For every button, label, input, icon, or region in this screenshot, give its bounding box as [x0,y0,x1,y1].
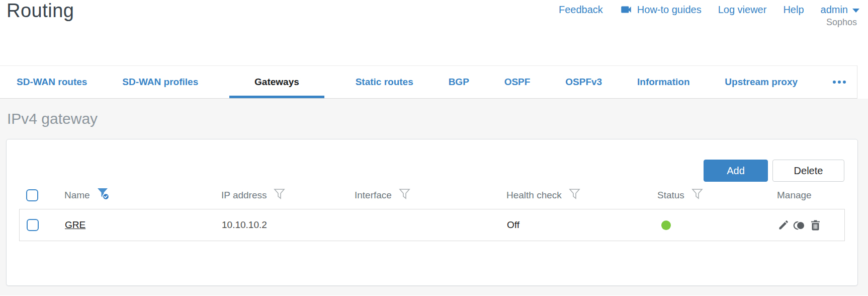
column-header-interface[interactable]: Interface [355,188,506,202]
tab-ospfv3[interactable]: OSPFv3 [561,66,606,98]
filter-icon[interactable] [399,188,410,202]
column-header-health-check[interactable]: Health check [506,188,657,202]
filter-icon[interactable] [569,188,580,202]
column-header-status[interactable]: Status [657,188,777,202]
gateway-status-cell [658,220,777,230]
row-checkbox[interactable] [27,219,39,231]
edit-icon[interactable] [777,219,790,231]
table-body: GRE 10.10.10.2 Off [19,209,845,241]
gateway-name-link[interactable]: GRE [65,219,85,230]
more-tabs-button[interactable] [829,66,850,98]
table-header-row: Name IP address [19,182,845,209]
select-all-checkbox[interactable] [26,189,38,201]
tab-gateways[interactable]: Gateways [229,66,324,98]
column-header-ip-address[interactable]: IP address [221,188,355,202]
tab-upstream-proxy[interactable]: Upstream proxy [721,66,802,98]
status-up-indicator [661,220,671,230]
page-title: Routing [7,0,74,22]
section-heading: IPv4 gateway [7,110,98,127]
log-viewer-link[interactable]: Log viewer [718,4,767,16]
tab-sdwan-routes[interactable]: SD-WAN routes [13,66,91,98]
gateway-table: Name IP address [19,182,845,241]
tab-static-routes[interactable]: Static routes [352,66,417,98]
tab-information[interactable]: Information [633,66,694,98]
howto-guides-link[interactable]: How-to guides [620,3,702,16]
video-camera-icon [620,3,633,16]
caret-down-icon [852,9,859,13]
delete-button[interactable]: Delete [772,160,844,182]
brand-label: Sophos [826,17,857,28]
feedback-link[interactable]: Feedback [559,4,603,16]
tab-sdwan-profiles[interactable]: SD-WAN profiles [118,66,202,98]
admin-menu[interactable]: admin [821,4,859,16]
gateway-ip-cell: 10.10.10.2 [222,219,355,231]
column-header-manage: Manage [777,190,845,201]
content-area: IPv4 gateway Add Delete Name [0,99,868,295]
top-nav: Feedback How-to guides Log viewer Help a… [559,3,859,16]
tab-ospf[interactable]: OSPF [500,66,535,98]
gateway-manage-cell [777,219,844,231]
help-link[interactable]: Help [783,4,804,16]
tab-bgp[interactable]: BGP [445,66,473,98]
page-header: Routing Feedback How-to guides Log viewe… [0,0,868,65]
ipv4-gateway-card: Add Delete Name I [6,139,858,286]
filter-icon[interactable] [691,188,703,202]
clone-icon[interactable] [793,219,806,231]
gateway-name-cell: GRE [65,219,222,231]
filter-icon[interactable] [274,188,285,202]
ellipsis-icon [833,81,836,84]
add-button[interactable]: Add [704,160,768,182]
trash-icon[interactable] [810,219,821,231]
card-toolbar: Add Delete [7,139,857,182]
routing-tab-bar: SD-WAN routes SD-WAN profiles Gateways S… [0,65,857,99]
gateway-health-check-cell: Off [507,219,658,231]
table-row: GRE 10.10.10.2 Off [20,209,844,241]
filter-active-icon[interactable] [97,188,112,203]
column-header-name[interactable]: Name [64,188,221,203]
